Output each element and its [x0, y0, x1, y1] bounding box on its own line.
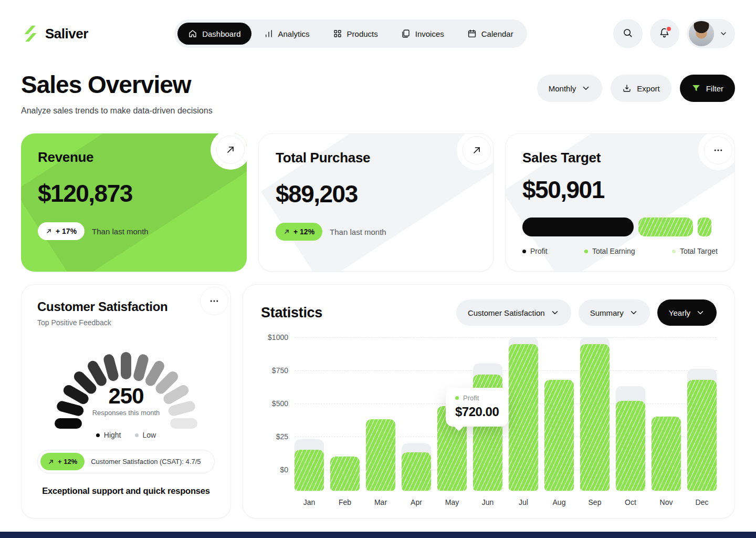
- calendar-icon: [467, 29, 477, 38]
- x-axis-label: Apr: [402, 498, 431, 506]
- target-value: $50,901: [522, 175, 718, 204]
- profit-bar[interactable]: [366, 419, 395, 491]
- purchase-title: Total Purchase: [276, 150, 476, 166]
- target-menu-button[interactable]: [704, 136, 732, 164]
- chart-column-apr: Apr: [402, 337, 431, 491]
- revenue-open-button[interactable]: [216, 136, 245, 164]
- csat-pill: + 12% Customer Satisfaction (CSAT): 4.7/…: [37, 450, 215, 473]
- legend-dot-icon: [96, 433, 100, 437]
- y-axis-tick: $750: [261, 366, 288, 375]
- profit-dot-icon: [455, 396, 459, 400]
- profit-bar[interactable]: [687, 380, 717, 491]
- nav-item-products[interactable]: Products: [322, 23, 388, 45]
- profit-bar[interactable]: [330, 457, 360, 491]
- main-nav: DashboardAnalyticsProductsInvoicesCalend…: [174, 19, 527, 48]
- y-axis-tick: $1000: [261, 333, 288, 342]
- saliver-logo-icon: [21, 24, 40, 43]
- x-axis-label: Dec: [687, 498, 717, 506]
- ellipsis-icon: [209, 296, 219, 306]
- profit-bar[interactable]: [580, 344, 610, 491]
- x-axis-label: Aug: [544, 498, 574, 506]
- export-button[interactable]: Export: [611, 75, 671, 102]
- profit-bar[interactable]: [544, 380, 574, 491]
- progress-segment-total-target: [698, 218, 711, 236]
- search-button[interactable]: [613, 19, 643, 48]
- progress-segment-total-earning: [638, 218, 693, 236]
- summary-dropdown[interactable]: Summary: [579, 299, 650, 326]
- purchase-delta-note: Than last month: [330, 227, 386, 236]
- filter-icon: [691, 84, 701, 93]
- legend-item-total-earning: Total Earning: [584, 247, 635, 255]
- revenue-delta-badge: + 17%: [38, 222, 85, 240]
- target-title: Sales Target: [522, 150, 718, 166]
- profit-bar[interactable]: [509, 344, 538, 491]
- tooltip-value: $720.00: [455, 405, 499, 419]
- chart-column-oct: Oct: [616, 337, 645, 491]
- profit-bar[interactable]: [402, 452, 431, 491]
- trend-up-icon: [46, 228, 52, 234]
- satisfaction-footer: Exceptional support and quick responses: [37, 486, 215, 496]
- range-dropdown[interactable]: Yearly: [657, 299, 717, 326]
- page-subtitle: Analyze sales trends to make data-driven…: [21, 106, 213, 116]
- top-actions: [613, 19, 735, 48]
- search-icon: [622, 27, 633, 40]
- purchase-delta-badge: + 12%: [276, 223, 322, 241]
- legend-item-profit: Profit: [522, 247, 548, 255]
- legend-item-total-target: Total Target: [672, 247, 718, 255]
- avatar: [689, 21, 714, 46]
- chevron-down-icon: [581, 84, 591, 93]
- x-axis-label: Jun: [473, 498, 502, 506]
- satisfaction-title: Customer Satisfaction: [37, 299, 215, 314]
- stats-row: Revenue $120,873 + 17% Than last month T…: [21, 133, 735, 272]
- page-title: Sales Overview: [21, 70, 213, 99]
- gauge-segment: [55, 418, 82, 429]
- chevron-down-icon: [719, 29, 728, 38]
- nav-item-analytics[interactable]: Analytics: [254, 23, 320, 45]
- satisfaction-menu-button[interactable]: [200, 287, 228, 315]
- y-axis-tick: $0: [261, 465, 288, 474]
- chart-column-mar: Mar: [366, 337, 395, 491]
- notification-dot: [667, 27, 671, 31]
- nav-item-invoices[interactable]: Invoices: [391, 23, 455, 45]
- filter-button[interactable]: Filter: [680, 75, 735, 102]
- arrow-up-right-icon: [225, 144, 236, 155]
- download-icon: [622, 84, 632, 93]
- topbar: Saliver DashboardAnalyticsProductsInvoic…: [21, 19, 735, 48]
- x-axis-label: Mar: [366, 498, 395, 506]
- home-icon: [188, 29, 197, 38]
- head-controls: Monthly Export Filter: [537, 75, 735, 102]
- profit-bar[interactable]: [295, 450, 324, 491]
- trend-up-icon: [284, 229, 290, 235]
- target-progress: [522, 218, 718, 236]
- metric-dropdown[interactable]: Customer Satisfaction: [456, 299, 571, 326]
- chart-column-jul: Jul: [509, 337, 538, 491]
- bottom-row: Customer Satisfaction Top Positive Feedb…: [21, 284, 735, 519]
- statistics-filters: Customer Satisfaction Summary Yearly: [456, 299, 717, 326]
- nav-item-calendar[interactable]: Calendar: [457, 23, 524, 45]
- x-axis-label: Oct: [616, 498, 645, 506]
- user-menu[interactable]: [687, 19, 735, 48]
- notifications-button[interactable]: [650, 19, 679, 48]
- profit-bar[interactable]: [616, 401, 645, 491]
- chart-column-jan: Jan: [295, 337, 324, 491]
- purchase-open-button[interactable]: [463, 136, 491, 164]
- chart-column-feb: Feb: [330, 337, 360, 491]
- profit-bar[interactable]: [652, 417, 681, 491]
- nav-item-dashboard[interactable]: Dashboard: [177, 23, 251, 45]
- statistics-head: Statistics Customer Satisfaction Summary: [261, 299, 717, 326]
- legend-item-hight: Hight: [96, 431, 121, 439]
- gauge-segment: [121, 352, 131, 379]
- legend-dot-icon: [135, 433, 139, 437]
- period-dropdown[interactable]: Monthly: [537, 75, 603, 102]
- legend-dot-icon: [584, 250, 588, 253]
- progress-segment-profit: [522, 218, 634, 236]
- revenue-card: Revenue $120,873 + 17% Than last month: [21, 133, 247, 272]
- chart-column-aug: Aug: [544, 337, 574, 491]
- bottom-strip: [0, 532, 756, 538]
- csat-delta-badge: + 12%: [40, 453, 85, 470]
- revenue-title: Revenue: [38, 149, 230, 165]
- revenue-delta-note: Than last month: [92, 227, 149, 236]
- satisfaction-subtitle: Top Positive Feedback: [37, 318, 215, 327]
- x-axis-label: Jan: [295, 498, 324, 506]
- arrow-up-right-icon: [471, 145, 482, 156]
